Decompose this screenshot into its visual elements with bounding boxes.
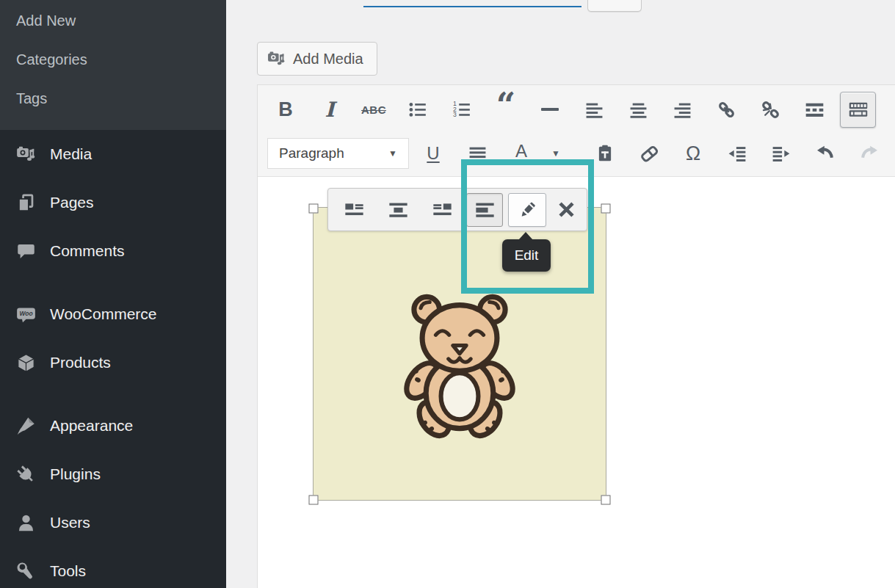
menu-separator xyxy=(0,387,226,402)
sidebar-item-label: Users xyxy=(50,514,90,531)
sidebar-item-label: Add New xyxy=(16,12,76,29)
sidebar-item-categories[interactable]: Categories xyxy=(0,40,226,79)
insert-more-tag-button[interactable] xyxy=(796,91,833,128)
image-align-center-icon xyxy=(388,200,408,219)
sidebar-item-plugins[interactable]: Plugins xyxy=(0,450,226,498)
more-tag-icon xyxy=(805,100,825,120)
justify-button[interactable] xyxy=(459,135,496,172)
admin-sidebar: Add New Categories Tags Media Pages Comm… xyxy=(0,0,226,588)
users-icon xyxy=(16,513,36,533)
unlink-icon xyxy=(761,100,780,120)
chevron-down-icon: ▼ xyxy=(551,148,560,159)
sidebar-item-add-new[interactable]: Add New xyxy=(0,1,226,40)
plugins-icon xyxy=(16,465,36,484)
menu-separator xyxy=(0,275,226,290)
woo-badge-text: Woo xyxy=(19,310,32,317)
resize-handle-top-left[interactable] xyxy=(309,204,319,214)
remove-link-button[interactable] xyxy=(752,91,789,128)
horizontal-rule-icon xyxy=(541,108,559,111)
underline-button[interactable]: U xyxy=(415,135,452,172)
sidebar-item-label: Tags xyxy=(16,90,47,107)
sidebar-item-tools[interactable]: Tools xyxy=(0,547,226,588)
sidebar-item-users[interactable]: Users xyxy=(0,498,226,547)
clipped-permalink-link[interactable] xyxy=(363,0,581,7)
insert-link-button[interactable] xyxy=(708,91,744,128)
decrease-indent-button[interactable] xyxy=(719,135,756,172)
pages-icon xyxy=(16,193,36,213)
sidebar-item-pages[interactable]: Pages xyxy=(0,178,226,227)
keyboard-icon xyxy=(848,99,869,120)
clear-formatting-button[interactable] xyxy=(631,135,667,172)
resize-handle-bottom-right[interactable] xyxy=(601,496,611,505)
editor-toolbar: B I ABC 123 “ xyxy=(258,85,895,177)
sidebar-item-label: Pages xyxy=(50,194,94,211)
text-color-swatch xyxy=(512,161,530,164)
justify-icon xyxy=(468,145,487,163)
products-icon xyxy=(16,353,36,373)
text-color-caret-button[interactable]: ▼ xyxy=(547,135,565,172)
woocommerce-icon: Woo xyxy=(16,305,36,324)
selected-image-teddy-bear[interactable] xyxy=(314,208,606,500)
resize-handle-top-right[interactable] xyxy=(601,204,611,214)
sidebar-item-products[interactable]: Products xyxy=(0,338,226,387)
sidebar-item-label: Media xyxy=(50,145,92,163)
image-align-left-button[interactable] xyxy=(332,193,376,227)
horizontal-rule-button[interactable] xyxy=(532,91,568,128)
eraser-icon xyxy=(639,144,659,164)
sidebar-item-media[interactable]: Media xyxy=(0,130,226,178)
sidebar-item-label: Tools xyxy=(50,562,86,580)
paste-as-text-button[interactable] xyxy=(587,135,623,172)
image-align-center-button[interactable] xyxy=(376,193,420,227)
resize-handle-bottom-left[interactable] xyxy=(309,496,319,505)
redo-icon xyxy=(859,143,880,164)
chevron-down-icon: ▼ xyxy=(388,148,397,159)
image-align-left-icon xyxy=(344,200,364,219)
sidebar-item-comments[interactable]: Comments xyxy=(0,227,226,275)
sidebar-item-label: WooCommerce xyxy=(50,305,156,323)
toolbar-row-2: Paragraph ▼ U A ▼ Ω xyxy=(258,132,895,175)
bulleted-list-button[interactable] xyxy=(399,91,436,128)
toolbar-toggle-button[interactable] xyxy=(840,92,876,128)
align-right-button[interactable] xyxy=(664,91,700,128)
image-align-none-button[interactable] xyxy=(466,193,503,227)
posts-submenu: Add New Categories Tags xyxy=(0,0,226,130)
sidebar-item-label: Categories xyxy=(16,51,87,68)
clipped-edit-permalink-button[interactable] xyxy=(587,0,642,12)
align-left-button[interactable] xyxy=(576,91,612,128)
svg-text:3: 3 xyxy=(453,111,457,118)
sidebar-item-label: Products xyxy=(50,354,111,371)
media-icon xyxy=(16,145,36,164)
bulleted-list-icon xyxy=(408,100,427,119)
align-center-button[interactable] xyxy=(620,91,656,128)
image-edit-button[interactable] xyxy=(508,193,546,227)
bold-button[interactable]: B xyxy=(267,91,304,128)
paragraph-dropdown-value: Paragraph xyxy=(279,145,344,161)
add-media-button[interactable]: Add Media xyxy=(257,42,377,76)
wordpress-admin-page: Add New Categories Tags Media Pages Comm… xyxy=(0,0,895,588)
pencil-icon xyxy=(518,200,537,219)
sidebar-item-label: Appearance xyxy=(50,417,133,435)
sidebar-item-label: Plugins xyxy=(50,465,101,483)
align-left-icon xyxy=(585,101,604,119)
sidebar-item-appearance[interactable]: Appearance xyxy=(0,402,226,450)
numbered-list-button[interactable]: 123 xyxy=(443,91,480,128)
image-align-right-icon xyxy=(432,200,452,219)
special-character-button[interactable]: Ω xyxy=(675,135,711,172)
paragraph-dropdown[interactable]: Paragraph ▼ xyxy=(267,138,409,169)
image-remove-button[interactable] xyxy=(549,193,583,227)
sidebar-item-tags[interactable]: Tags xyxy=(0,79,226,118)
blockquote-button[interactable]: “ xyxy=(488,91,524,128)
numbered-list-icon: 123 xyxy=(452,100,471,119)
redo-button[interactable] xyxy=(851,135,888,172)
undo-button[interactable] xyxy=(807,135,844,172)
teddy-bear-illustration xyxy=(385,280,535,444)
image-align-none-icon xyxy=(475,200,495,219)
text-color-button[interactable]: A xyxy=(503,135,540,172)
sidebar-item-woocommerce[interactable]: Woo WooCommerce xyxy=(0,290,226,338)
edit-tooltip: Edit xyxy=(502,239,551,272)
strikethrough-button[interactable]: ABC xyxy=(355,91,392,128)
toolbar-row-1: B I ABC 123 “ xyxy=(258,88,895,131)
image-align-right-button[interactable] xyxy=(420,193,464,227)
increase-indent-button[interactable] xyxy=(763,135,800,172)
italic-button[interactable]: I xyxy=(311,91,348,128)
